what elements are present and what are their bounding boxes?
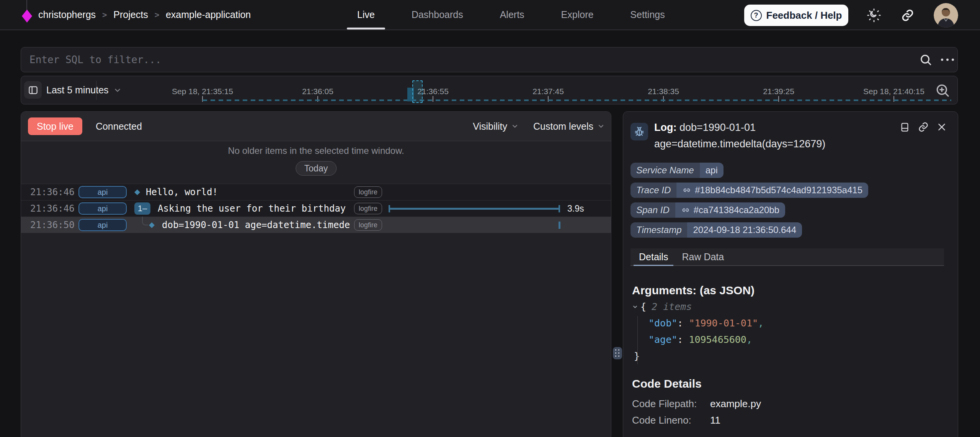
share-link-icon[interactable] — [901, 9, 914, 22]
code-lineno-row: Code Lineno: 11 — [632, 414, 720, 426]
live-view-toolbar: Stop live Connected Visibility Custom le… — [21, 112, 611, 141]
log-message: dob=1990-01-01 age=datetime.timede — [162, 217, 350, 233]
indent-guide — [637, 316, 638, 364]
json-string-value: "1990-01-01" — [689, 318, 758, 329]
service-badge[interactable]: api — [78, 202, 127, 215]
time-range-label: Last 5 minutes — [46, 85, 109, 96]
collapse-children-badge[interactable]: 1– — [134, 202, 150, 215]
panel-resize-handle[interactable] — [613, 347, 622, 359]
close-icon[interactable] — [937, 122, 947, 132]
link-icon — [681, 205, 690, 215]
tick-label: 21:38:35 — [648, 87, 679, 96]
tick-label: 21:37:45 — [532, 87, 564, 96]
tab-explore[interactable]: Explore — [551, 0, 604, 29]
user-avatar[interactable] — [934, 3, 958, 28]
collapse-chevron-icon[interactable] — [632, 304, 638, 310]
custom-levels-label: Custom levels — [533, 121, 593, 132]
log-time: 21:36:46 — [30, 184, 75, 200]
breadcrumb-org[interactable]: christophergs — [38, 9, 96, 20]
theme-toggle-icon[interactable] — [867, 8, 881, 22]
timeline-baseline — [203, 99, 951, 101]
bug-icon — [630, 123, 648, 140]
stop-live-button[interactable]: Stop live — [28, 117, 82, 135]
search-icon[interactable] — [919, 53, 932, 66]
chevron-down-icon — [511, 122, 519, 130]
sidebar-toggle-button[interactable] — [24, 81, 42, 99]
code-details-heading: Code Details — [632, 377, 702, 390]
visibility-dropdown[interactable]: Visibility — [473, 121, 519, 132]
zoom-in-icon[interactable] — [935, 83, 950, 98]
log-row-selected[interactable]: 21:36:50 api dob=1990-01-01 age=datetime… — [21, 217, 611, 233]
attribute-pill-service-name: Service Name api — [630, 163, 724, 178]
tag-chip[interactable]: logfire — [354, 203, 382, 214]
tab-details[interactable]: Details — [634, 248, 673, 265]
timeline-bar: Last 5 minutes Sep 18, 21:35:15 21:36:05… — [21, 76, 958, 104]
tab-raw-data[interactable]: Raw Data — [676, 248, 729, 265]
json-close-brace: } — [634, 351, 640, 362]
json-items-note: 2 items — [652, 298, 692, 315]
visibility-label: Visibility — [473, 121, 507, 132]
code-lineno-value: 11 — [710, 414, 720, 426]
breadcrumb-separator: > — [102, 10, 107, 20]
sql-filter-placeholder: Enter SQL to filter... — [29, 47, 161, 72]
chevron-down-icon — [113, 86, 122, 95]
log-rows: 21:36:46 api Hello, world! logfire 21:36… — [21, 184, 611, 233]
histogram-selection[interactable] — [412, 80, 423, 103]
code-filepath-value: example.py — [710, 398, 761, 410]
attribute-pill-span-id[interactable]: Span ID #ca741384ca2a20bb — [630, 202, 785, 218]
tab-settings[interactable]: Settings — [620, 0, 675, 29]
feedback-help-button[interactable]: ? Feedback / Help — [744, 5, 848, 26]
today-button[interactable]: Today — [296, 161, 336, 176]
code-lineno-label: Code Lineno: — [632, 414, 710, 426]
logo-wick — [26, 0, 27, 10]
tick-label: Sep 18, 21:40:15 — [863, 87, 924, 96]
breadcrumb-projects[interactable]: Projects — [113, 9, 148, 20]
tab-dashboards[interactable]: Dashboards — [401, 0, 474, 29]
tab-alerts[interactable]: Alerts — [490, 0, 535, 29]
json-key: "dob" — [648, 318, 677, 329]
json-viewer: { 2 items "dob": "1990-01-01", "age": 10… — [632, 298, 764, 364]
service-badge[interactable]: api — [78, 219, 127, 231]
nav-tabs: Live Dashboards Alerts Explore Settings — [347, 0, 675, 29]
tick-label: 21:36:05 — [302, 87, 333, 96]
logfire-logo-icon[interactable] — [22, 10, 32, 23]
log-title-value: dob=1990-01-01 age=datetime.timedelta(da… — [654, 122, 825, 150]
service-badge[interactable]: api — [78, 186, 127, 198]
log-row[interactable]: 21:36:46 api Hello, world! logfire — [21, 184, 611, 200]
time-range-select[interactable]: Last 5 minutes — [46, 76, 122, 104]
log-diamond-icon — [149, 222, 155, 228]
span-duration-label: 3.9s — [567, 201, 584, 217]
pill-value: #ca741384ca2a20bb — [675, 202, 785, 218]
attribute-pill-trace-id[interactable]: Trace ID #18b84cb4847b5d574c4ad9121935a4… — [630, 183, 868, 198]
details-tabs: Details Raw Data — [630, 248, 944, 266]
dock-panel-icon[interactable] — [900, 122, 910, 132]
breadcrumb: christophergs > Projects > example-appli… — [38, 0, 251, 29]
live-view-panel: Stop live Connected Visibility Custom le… — [21, 111, 611, 437]
log-point-marker — [559, 222, 560, 229]
log-row[interactable]: 21:36:46 api 1– Asking the user for thei… — [21, 200, 611, 217]
json-number-value: 1095465600 — [689, 334, 746, 345]
tick-label: 21:39:25 — [763, 87, 794, 96]
pill-value: 2024-09-18 21:36:50.644 — [687, 222, 802, 238]
connection-status: Connected — [96, 121, 142, 132]
log-time: 21:36:46 — [30, 201, 75, 217]
empty-state-message: No older items in the selected time wind… — [21, 145, 611, 156]
tag-chip[interactable]: logfire — [354, 186, 382, 198]
filter-more-menu-icon[interactable] — [941, 53, 954, 66]
log-message: Asking the user for their birthday — [158, 201, 346, 217]
pill-label: Span ID — [630, 202, 675, 218]
log-diamond-icon — [134, 189, 140, 195]
tag-chip[interactable]: logfire — [354, 219, 382, 231]
breadcrumb-project[interactable]: example-application — [166, 9, 251, 20]
span-duration-bar — [389, 208, 560, 210]
copy-link-icon[interactable] — [918, 122, 929, 132]
log-time: 21:36:50 — [30, 217, 75, 233]
pill-label: Trace ID — [630, 183, 676, 198]
tab-live[interactable]: Live — [347, 0, 385, 29]
log-details-panel: Log: dob=1990-01-01 age=datetime.timedel… — [623, 111, 958, 437]
divider — [96, 81, 96, 100]
pill-value: api — [700, 163, 724, 178]
custom-levels-dropdown[interactable]: Custom levels — [533, 121, 605, 132]
sql-filter-input[interactable]: Enter SQL to filter... — [21, 47, 958, 72]
attribute-pill-timestamp: Timestamp 2024-09-18 21:36:50.644 — [630, 222, 802, 238]
